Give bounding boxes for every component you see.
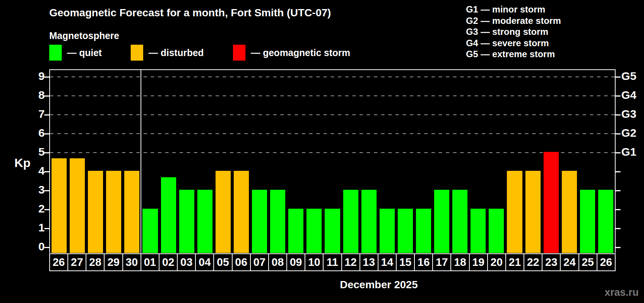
bar-day-11 <box>325 209 340 253</box>
watermark: xras.ru <box>605 287 639 298</box>
x-axis-month-label: December 2025 <box>142 279 616 291</box>
day-label-dec-22: 22 <box>524 254 542 270</box>
day-label-nov-29: 29 <box>105 254 123 270</box>
left-tick-kp8 <box>44 95 49 97</box>
bar-day-09 <box>288 209 303 253</box>
legend-item-quiet: — quiet <box>49 45 102 61</box>
day-label-dec-08: 08 <box>269 254 287 270</box>
day-label-nov-30: 30 <box>123 254 141 270</box>
y-tick-label-8: 8 <box>30 88 45 102</box>
day-label-dec-06: 06 <box>233 254 251 270</box>
plot-area <box>49 69 616 253</box>
gridline-kp9 <box>50 77 615 77</box>
storm-scale-row-g1: G1 — minor storm <box>466 4 561 15</box>
y-tick-label-1: 1 <box>30 220 45 235</box>
y-tick-label-0: 0 <box>30 239 45 254</box>
bar-day-26 <box>52 158 67 253</box>
gridline-kp6 <box>50 133 615 134</box>
left-tick-kp6 <box>44 133 49 134</box>
x-axis-day-labels: 2627282930010203040506070809101112131415… <box>49 253 616 271</box>
bar-day-01 <box>142 209 158 253</box>
left-tick-kp9 <box>44 77 49 78</box>
y-tick-label-6: 6 <box>30 126 45 140</box>
bar-day-04 <box>197 190 213 253</box>
day-label-dec-16: 16 <box>415 254 433 270</box>
legend-item-storm: — geomagnetic storm <box>233 45 350 61</box>
bar-day-23 <box>544 152 559 253</box>
gridline-kp5 <box>50 152 615 153</box>
day-label-dec-26: 26 <box>597 254 615 270</box>
left-tick-kp7 <box>44 114 49 116</box>
legend-label-quiet: — quiet <box>67 47 102 58</box>
y-tick-label-7: 7 <box>30 107 45 121</box>
storm-scale-row-g3: G3 — strong storm <box>466 26 561 37</box>
right-tick-kp5 <box>616 152 621 153</box>
bar-day-16 <box>416 209 431 253</box>
right-tick-kp8 <box>616 95 621 97</box>
legend-swatch-quiet <box>49 45 62 61</box>
y-tick-label-2: 2 <box>30 201 45 216</box>
right-tick-kp4 <box>616 171 621 172</box>
bar-day-17 <box>434 190 449 253</box>
storm-scale-row-g5: G5 — extreme storm <box>466 48 561 60</box>
chart-subtitle: Magnetosphere <box>49 30 119 41</box>
status-legend: — quiet— disturbed— geomagnetic storm <box>0 45 417 63</box>
legend-label-disturbed: — disturbed <box>148 47 204 58</box>
bar-day-02 <box>161 177 176 253</box>
bar-day-22 <box>525 171 541 253</box>
day-label-dec-21: 21 <box>506 254 524 270</box>
bar-day-03 <box>179 190 194 253</box>
month-separator <box>141 70 141 253</box>
left-tick-kp5 <box>44 152 49 153</box>
storm-scale-row-g2: G2 — moderate storm <box>466 15 561 27</box>
bar-day-10 <box>306 209 322 253</box>
bar-day-20 <box>489 209 504 253</box>
chart-title: Geomagnetic Forecast for a month, Fort S… <box>49 7 331 19</box>
y-tick-label-4: 4 <box>30 164 45 178</box>
bar-day-26 <box>598 190 613 253</box>
day-label-dec-12: 12 <box>342 254 360 270</box>
g-level-label-g2: G2 <box>621 126 644 140</box>
right-tick-kp6 <box>616 133 621 134</box>
bar-day-05 <box>216 171 231 253</box>
day-label-dec-03: 03 <box>178 254 196 270</box>
day-label-dec-11: 11 <box>324 254 342 270</box>
day-label-nov-28: 28 <box>86 254 105 270</box>
bar-day-14 <box>380 209 395 253</box>
right-tick-kp1 <box>616 228 621 229</box>
day-label-dec-25: 25 <box>579 254 597 270</box>
day-label-dec-05: 05 <box>214 254 232 270</box>
right-tick-kp2 <box>616 209 621 210</box>
bar-day-24 <box>562 171 577 253</box>
g-level-label-g4: G4 <box>621 88 644 102</box>
bar-day-06 <box>234 171 249 253</box>
gridline-kp8 <box>50 95 615 96</box>
day-label-dec-09: 09 <box>287 254 305 270</box>
day-label-dec-19: 19 <box>470 254 488 270</box>
left-tick-kp3 <box>44 190 49 191</box>
left-tick-kp2 <box>44 209 49 210</box>
day-label-dec-07: 07 <box>251 254 269 270</box>
day-label-dec-24: 24 <box>561 254 579 270</box>
bar-day-13 <box>361 190 377 253</box>
y-tick-label-5: 5 <box>30 145 45 159</box>
day-label-dec-15: 15 <box>397 254 415 270</box>
day-label-dec-02: 02 <box>159 254 178 270</box>
left-tick-kp1 <box>44 228 49 229</box>
gridline-kp7 <box>50 114 615 115</box>
day-label-nov-26: 26 <box>50 254 68 270</box>
legend-label-storm: — geomagnetic storm <box>251 47 350 58</box>
g-level-label-g5: G5 <box>621 69 644 83</box>
bar-day-12 <box>343 190 358 253</box>
day-label-dec-01: 01 <box>141 254 159 270</box>
bar-day-29 <box>106 171 121 253</box>
chart-canvas: Geomagnetic Forecast for a month, Fort S… <box>0 0 644 303</box>
legend-swatch-storm <box>233 45 245 61</box>
legend-item-disturbed: — disturbed <box>131 45 204 61</box>
day-label-dec-18: 18 <box>451 254 469 270</box>
bar-day-30 <box>124 171 139 253</box>
day-label-dec-23: 23 <box>542 254 561 270</box>
left-tick-kp4 <box>44 171 49 172</box>
bar-day-15 <box>398 209 413 253</box>
day-label-dec-10: 10 <box>305 254 324 270</box>
